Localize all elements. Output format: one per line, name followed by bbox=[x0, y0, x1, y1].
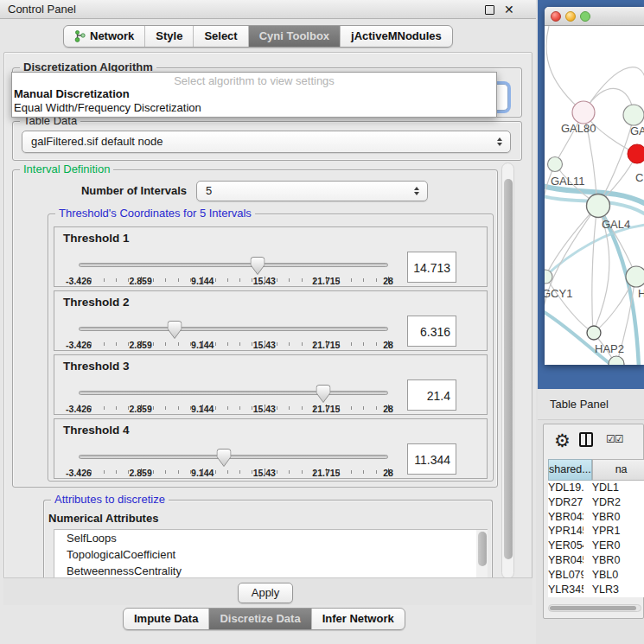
node-label-c: C bbox=[635, 171, 643, 184]
list-item[interactable]: SelfLoops bbox=[54, 530, 487, 546]
node-gal11[interactable] bbox=[548, 157, 563, 172]
vertical-scrollbar-thumb[interactable] bbox=[504, 179, 513, 559]
slider-track[interactable] bbox=[79, 263, 388, 267]
node-h[interactable] bbox=[626, 266, 644, 287]
threshold-3-label: Threshold 3 bbox=[63, 360, 130, 373]
table-data-value: galFiltered.sif default node bbox=[31, 131, 510, 152]
dropdown-option-equal-width[interactable]: Equal Width/Frequency Discretization bbox=[12, 101, 496, 115]
vertical-scrollbar[interactable] bbox=[501, 163, 514, 579]
threshold-3-slider[interactable] bbox=[79, 385, 388, 404]
threshold-4-value-field[interactable]: 11.344 bbox=[407, 443, 456, 475]
threshold-row-4: Threshold 4 -3.4262.859 9.14415.43 21.71… bbox=[54, 418, 488, 479]
table-header-row: shared... na bbox=[548, 459, 644, 481]
table-row[interactable]: YER054CYER0 bbox=[548, 539, 644, 553]
list-scrollbar-thumb[interactable] bbox=[478, 532, 487, 566]
network-canvas[interactable]: GAL80 GA C GAL11 GAL4 GCY1 H HAP2 bbox=[545, 26, 644, 365]
node-ga[interactable] bbox=[623, 105, 644, 125]
float-window-icon[interactable] bbox=[485, 5, 494, 15]
number-of-intervals-combobox[interactable]: 5 bbox=[196, 181, 428, 201]
threshold-2-value-field[interactable]: 6.316 bbox=[407, 316, 456, 347]
apply-button[interactable]: Apply bbox=[238, 583, 293, 603]
numerical-attributes-label: Numerical Attributes bbox=[48, 512, 158, 525]
combo-spinner-icon bbox=[414, 187, 419, 195]
gear-icon[interactable]: ⚙ bbox=[554, 428, 571, 454]
tab-network-label: Network bbox=[90, 29, 134, 42]
table-data-group: Table Data galFiltered.sif default node bbox=[12, 121, 522, 161]
table-row[interactable]: YLR345WYLR3 bbox=[548, 583, 644, 597]
slider-track[interactable] bbox=[79, 391, 388, 395]
network-window-titlebar[interactable] bbox=[545, 7, 644, 26]
attributes-group-title: Attributes to discretize bbox=[51, 493, 169, 506]
network-window-frame: GAL80 GA C GAL11 GAL4 GCY1 H HAP2 bbox=[538, 0, 644, 389]
dropdown-placeholder: Select algorithm to view settings bbox=[12, 73, 496, 87]
dropdown-option-manual[interactable]: Manual Discretization bbox=[12, 87, 496, 101]
slider-scale-labels: -3.4262.859 9.14415.43 21.71528 bbox=[79, 468, 388, 478]
node-hap2[interactable] bbox=[587, 326, 601, 340]
tab-jactivemnodules[interactable]: jActiveMNodules bbox=[340, 26, 452, 47]
table-panel: ⚙ ☑☑ shared... na YDL19...YDL1 YDR27...Y… bbox=[543, 424, 644, 619]
checkbox-columns-icon[interactable]: ☑☑ bbox=[606, 433, 623, 445]
minimize-traffic-light-icon[interactable] bbox=[565, 11, 576, 22]
table-panel-title: Table Panel bbox=[550, 398, 609, 411]
node-table: shared... na YDL19...YDL1 YDR27...YDR2 Y… bbox=[548, 459, 644, 597]
node-label-hap2: HAP2 bbox=[595, 342, 624, 355]
horizontal-scrollbar[interactable] bbox=[548, 604, 641, 612]
threshold-4-slider[interactable] bbox=[79, 449, 388, 468]
interval-definition-group: Interval Definition Number of Intervals … bbox=[12, 169, 498, 488]
table-row[interactable]: YDR27...YDR2 bbox=[548, 495, 644, 510]
table-data-combobox[interactable]: galFiltered.sif default node bbox=[22, 131, 511, 153]
node-gal4[interactable] bbox=[587, 194, 610, 218]
threshold-1-value-field[interactable]: 14.713 bbox=[407, 252, 456, 283]
number-of-intervals-label: Number of Intervals bbox=[53, 184, 187, 197]
slider-scale-labels: -3.4262.859 9.14415.43 21.71528 bbox=[79, 276, 388, 286]
slider-scale-labels: -3.4262.859 9.14415.43 21.71528 bbox=[79, 404, 388, 414]
threshold-2-slider[interactable] bbox=[79, 321, 388, 340]
table-row[interactable]: YBR045CYBR0 bbox=[548, 553, 644, 568]
network-icon bbox=[74, 30, 86, 42]
node-gal80[interactable] bbox=[572, 101, 595, 124]
table-row[interactable]: YBL079WYBL0 bbox=[548, 568, 644, 583]
panel-title: Control Panel bbox=[8, 3, 76, 16]
slider-track[interactable] bbox=[79, 455, 388, 459]
threshold-1-slider[interactable] bbox=[79, 257, 388, 276]
zoom-traffic-light-icon[interactable] bbox=[580, 11, 590, 22]
column-layout-icon[interactable] bbox=[579, 432, 593, 447]
algorithm-dropdown-popup: Select algorithm to view settings Manual… bbox=[11, 72, 497, 118]
threshold-2-label: Threshold 2 bbox=[63, 296, 130, 309]
slider-track[interactable] bbox=[79, 327, 388, 331]
threshold-row-1: Threshold 1 -3.4262.859 9.14415.43 21.71… bbox=[54, 226, 488, 287]
tab-infer-network[interactable]: Infer Network bbox=[311, 609, 405, 629]
node-label-gcy1: GCY1 bbox=[545, 287, 572, 300]
node-label-h: H bbox=[638, 287, 644, 300]
close-traffic-light-icon[interactable] bbox=[551, 11, 561, 22]
close-icon[interactable]: ✕ bbox=[504, 2, 514, 17]
control-panel: Control Panel ✕ Network Style Select Cyn… bbox=[0, 0, 536, 644]
network-window: GAL80 GA C GAL11 GAL4 GCY1 H HAP2 bbox=[545, 7, 644, 365]
table-row[interactable]: YBR043CYBR0 bbox=[548, 510, 644, 525]
node-label-gal80: GAL80 bbox=[561, 122, 596, 135]
tab-discretize-data[interactable]: Discretize Data bbox=[208, 609, 310, 629]
thresholds-group: Threshold's Coordinates for 5 Intervals … bbox=[48, 214, 494, 481]
control-panel-titlebar: Control Panel bbox=[0, 0, 536, 19]
node-highlighted-red[interactable] bbox=[628, 144, 644, 163]
threshold-3-value-field[interactable]: 21.4 bbox=[407, 379, 456, 411]
thresholds-group-title: Threshold's Coordinates for 5 Intervals bbox=[55, 207, 255, 220]
list-item[interactable]: TopologicalCoefficient bbox=[54, 546, 487, 563]
combo-spinner-icon bbox=[497, 137, 502, 146]
table-row[interactable]: YIL052CYIL0 bbox=[548, 596, 644, 597]
apply-strip: Apply bbox=[3, 577, 532, 605]
table-row[interactable]: YDL19...YDL1 bbox=[548, 481, 644, 495]
top-tab-bar: Network Style Select Cyni Toolbox jActiv… bbox=[63, 25, 453, 48]
horizontal-scrollbar-thumb[interactable] bbox=[550, 606, 636, 610]
tab-cyni-toolbox[interactable]: Cyni Toolbox bbox=[248, 26, 340, 47]
column-header-shared[interactable]: shared... bbox=[548, 459, 592, 481]
tab-impute-data[interactable]: Impute Data bbox=[124, 609, 208, 629]
tab-select[interactable]: Select bbox=[193, 26, 247, 47]
column-header-name[interactable]: na bbox=[592, 459, 644, 481]
network-graph: GAL80 GA C GAL11 GAL4 GCY1 H HAP2 bbox=[545, 26, 644, 365]
table-row[interactable]: YPR145WYPR1 bbox=[548, 524, 644, 539]
interval-definition-title: Interval Definition bbox=[20, 163, 113, 175]
tab-style[interactable]: Style bbox=[144, 26, 193, 47]
list-scrollbar[interactable] bbox=[476, 530, 488, 578]
tab-network[interactable]: Network bbox=[64, 26, 144, 47]
